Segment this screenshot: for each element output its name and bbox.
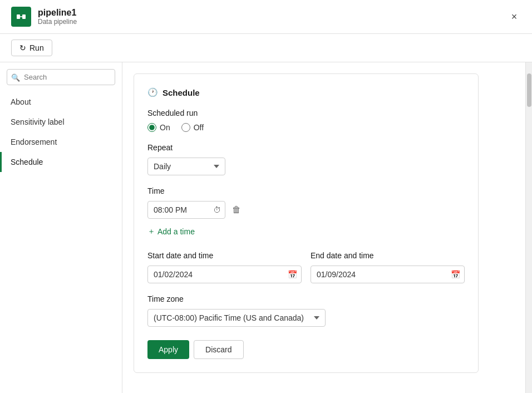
toolbar: ↻ Run bbox=[0, 34, 532, 62]
dialog-header: pipeline1 Data pipeline × bbox=[0, 0, 532, 34]
main-content: 🕐 Schedule Scheduled run On Off bbox=[122, 62, 525, 393]
time-row: ⏱ 🗑 bbox=[147, 201, 465, 219]
app-icon bbox=[11, 7, 31, 27]
sidebar-item-about[interactable]: About bbox=[0, 92, 122, 112]
search-input[interactable] bbox=[7, 69, 115, 85]
sidebar-item-schedule[interactable]: Schedule bbox=[0, 152, 122, 172]
run-label: Run bbox=[29, 43, 44, 52]
schedule-card: 🕐 Schedule Scheduled run On Off bbox=[134, 73, 479, 373]
search-icon: 🔍 bbox=[11, 73, 20, 81]
end-date-input[interactable] bbox=[311, 266, 465, 283]
add-time-label: Add a time bbox=[157, 227, 195, 236]
sidebar: 🔍 About Sensitivity label Endorsement Sc… bbox=[0, 62, 122, 393]
time-group: Time ⏱ 🗑 ＋ Add a time bbox=[147, 186, 465, 240]
sidebar-item-sensitivity-label[interactable]: Sensitivity label bbox=[0, 112, 122, 132]
radio-on-input[interactable] bbox=[147, 123, 156, 132]
sidebar-item-about-label: About bbox=[11, 97, 31, 106]
repeat-select[interactable]: Daily Weekly Monthly bbox=[147, 158, 225, 175]
date-row: Start date and time 📅 End date and time … bbox=[147, 251, 465, 283]
body: 🔍 About Sensitivity label Endorsement Sc… bbox=[0, 62, 532, 393]
apply-button[interactable]: Apply bbox=[147, 340, 189, 359]
timezone-label: Time zone bbox=[147, 294, 465, 303]
time-label: Time bbox=[147, 186, 465, 195]
radio-group: On Off bbox=[147, 123, 465, 132]
scrollbar-thumb[interactable] bbox=[527, 73, 531, 107]
scrollbar[interactable] bbox=[525, 62, 532, 393]
radio-off-input[interactable] bbox=[181, 123, 190, 132]
end-date-group: End date and time 📅 bbox=[311, 251, 465, 283]
radio-on-label: On bbox=[160, 123, 170, 132]
radio-off[interactable]: Off bbox=[181, 123, 204, 132]
radio-on[interactable]: On bbox=[147, 123, 170, 132]
end-calendar-icon[interactable]: 📅 bbox=[451, 270, 460, 279]
schedule-section-header: 🕐 Schedule bbox=[147, 87, 465, 97]
time-input-wrap: ⏱ bbox=[147, 201, 225, 219]
sidebar-item-endorsement-label: Endorsement bbox=[11, 137, 57, 146]
start-date-wrap: 📅 bbox=[147, 266, 302, 283]
add-time-button[interactable]: ＋ Add a time bbox=[147, 223, 195, 240]
end-date-wrap: 📅 bbox=[311, 266, 465, 283]
start-date-label: Start date and time bbox=[147, 251, 302, 260]
timezone-group: Time zone (UTC-08:00) Pacific Time (US a… bbox=[147, 294, 465, 327]
start-calendar-icon[interactable]: 📅 bbox=[288, 270, 297, 279]
section-title: Schedule bbox=[162, 88, 200, 97]
dialog-title: pipeline1 bbox=[38, 8, 77, 18]
plus-icon: ＋ bbox=[147, 227, 155, 237]
repeat-group: Repeat Daily Weekly Monthly bbox=[147, 143, 465, 175]
svg-rect-1 bbox=[22, 14, 26, 19]
sidebar-item-sensitivity-label-text: Sensitivity label bbox=[11, 117, 65, 126]
start-date-group: Start date and time 📅 bbox=[147, 251, 302, 283]
repeat-label: Repeat bbox=[147, 143, 465, 152]
date-group: Start date and time 📅 End date and time … bbox=[147, 251, 465, 283]
radio-off-label: Off bbox=[194, 123, 204, 132]
svg-rect-0 bbox=[17, 14, 20, 19]
delete-time-button[interactable]: 🗑 bbox=[230, 203, 243, 217]
timezone-select[interactable]: (UTC-08:00) Pacific Time (US and Canada)… bbox=[147, 309, 326, 327]
close-button[interactable]: × bbox=[505, 8, 523, 26]
header-text: pipeline1 Data pipeline bbox=[38, 8, 77, 26]
sidebar-item-schedule-label: Schedule bbox=[11, 158, 43, 166]
clock-icon: 🕐 bbox=[147, 87, 158, 97]
action-row: Apply Discard bbox=[147, 340, 465, 359]
time-input[interactable] bbox=[147, 201, 225, 219]
start-date-input[interactable] bbox=[147, 266, 302, 283]
search-box: 🔍 bbox=[7, 69, 115, 85]
scheduled-run-group: Scheduled run On Off bbox=[147, 109, 465, 132]
end-date-label: End date and time bbox=[311, 251, 465, 260]
sidebar-item-endorsement[interactable]: Endorsement bbox=[0, 132, 122, 152]
run-button[interactable]: ↻ Run bbox=[11, 40, 52, 56]
main-dialog: pipeline1 Data pipeline × ↻ Run 🔍 About … bbox=[0, 0, 532, 393]
dialog-subtitle: Data pipeline bbox=[38, 18, 77, 26]
discard-button[interactable]: Discard bbox=[194, 340, 243, 359]
scheduled-run-label: Scheduled run bbox=[147, 109, 465, 117]
run-icon: ↻ bbox=[19, 43, 26, 52]
